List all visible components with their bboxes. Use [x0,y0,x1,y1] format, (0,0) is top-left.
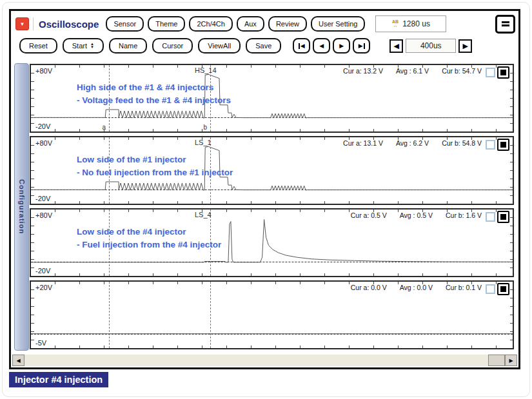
channel-checkbox[interactable] [486,284,495,294]
start-button[interactable]: Start ▲▼ [63,38,104,54]
annotation: Low side of the #4 injector - Fuel injec… [77,226,221,252]
annotation-line1: Low side of the #4 injector [77,226,221,238]
channel-name: LS_4 [195,211,212,219]
channel-options-button[interactable] [497,211,509,223]
cursor-a-value: Cur a: 0.5 V [351,211,387,219]
avg-value: Avg : 0.5 V [400,211,433,219]
start-label: Start [72,42,87,50]
configuration-tab[interactable]: Configuration [14,63,29,351]
ab-cursor-icon: AB↔ [392,20,399,28]
channel-options-button[interactable] [497,283,509,295]
cursor-b-line[interactable] [210,282,211,348]
square-icon [500,214,506,220]
channel-checkbox[interactable] [486,140,495,150]
toolbar-divider [33,17,34,30]
cursor-button[interactable]: Cursor [152,38,193,54]
theme-button[interactable]: Theme [148,16,185,32]
aux-button[interactable]: Aux [237,16,264,32]
timebase-decrease-button[interactable]: ◀ [389,39,403,53]
scrollbar-thumb[interactable] [488,355,505,366]
reset-button[interactable]: Reset [19,38,57,54]
channel-area: +80V -20V HS_14 Cur a: 13.2 V Avg : 6.1 … [30,64,514,349]
vmax-label: +80V [35,211,52,219]
avg-value: Avg : 6.2 V [396,139,429,147]
channel-panel-4: +20V -5V Cur a: 0.0 V Avg : 0.0 V Cur b:… [30,280,514,349]
cursor-a-line[interactable] [109,282,110,348]
app-title: Oscilloscope [39,19,99,30]
configuration-tab-label: Configuration [18,179,26,234]
annotation-line2: - No fuel injection from the #1 injector [77,166,233,179]
top-toolbar: ▼ Oscilloscope Sensor Theme 2Ch/4Ch Aux … [15,14,515,34]
channel-options-button[interactable] [497,66,509,79]
timebase-stepper: ◀ 400us ▶ [389,39,472,53]
cursor-b-value: Cur b: 1.6 V [446,211,482,219]
scroll-left-button[interactable]: ◀ [12,355,25,366]
vmax-label: +80V [35,139,52,147]
cursor-a-value: Cur a: 13.2 V [343,67,383,75]
scrollbar-track[interactable] [25,355,505,366]
avg-value: Avg : 0.0 V [400,284,433,291]
channel-checkbox[interactable] [486,68,495,77]
cursor-b-value: Cur b: 0.1 V [446,284,482,291]
step-forward-icon: ▶ [339,43,344,49]
user-setting-button[interactable]: User Setting [311,16,366,32]
cursor-b-value: Cur b: 54.7 V [442,67,482,75]
channel-panel-3: +80V -20V LS_4 Cur a: 0.5 V Avg : 0.5 V … [30,208,514,277]
oscilloscope-window: ▼ Oscilloscope Sensor Theme 2Ch/4Ch Aux … [9,9,520,369]
review-button[interactable]: Review [268,16,307,32]
square-icon [500,142,506,148]
annotation-line1: Low side of the #1 injector [77,153,233,166]
channel-checkbox[interactable] [486,212,495,222]
channel-panel-2: +80V -20V LS_1 Cur a: 13.1 V Avg : 6.2 V… [30,136,514,205]
menu-icon[interactable] [495,15,515,34]
measurement-readout: Cur a: 13.1 V Avg : 6.2 V Cur b: 54.8 V [343,139,482,147]
bar-icon [364,43,365,49]
channel-options-button[interactable] [497,139,509,151]
menu-bar [502,24,509,26]
annotation: Low side of the #1 injector - No fuel in… [77,153,233,180]
skip-to-start-button[interactable]: ◀ [293,38,310,54]
control-toolbar: Reset Start ▲▼ Name Cursor ViewAll Save … [19,37,515,55]
measurement-readout: Cur a: 13.2 V Avg : 6.1 V Cur b: 54.7 V [343,67,482,75]
measurement-readout: Cur a: 0.0 V Avg : 0.0 V Cur b: 0.1 V [351,284,482,291]
playback-controls: ◀ ◀ ▶ ▶ [293,38,370,54]
channel-panel-1: +80V -20V HS_14 Cur a: 13.2 V Avg : 6.1 … [30,64,514,133]
channel-mode-button[interactable]: 2Ch/4Ch [189,16,232,32]
dropdown-arrow-icon: ▼ [20,21,25,27]
start-spinner-icon[interactable]: ▲▼ [90,43,94,49]
skip-to-end-button[interactable]: ▶ [353,38,370,54]
timebase-increase-button[interactable]: ▶ [458,39,472,53]
skip-start-icon: ◀ [300,43,305,49]
vmin-label: -20V [35,267,50,275]
channel-name: LS_1 [195,139,212,146]
skip-end-icon: ▶ [359,43,363,49]
step-forward-button[interactable]: ▶ [333,38,350,54]
save-button[interactable]: Save [246,38,281,54]
annotation-line2: - Voltage feed to the #1 & #4 injectors [77,94,231,107]
sensor-button[interactable]: Sensor [106,16,144,32]
vmin-label: -20V [35,122,50,130]
name-button[interactable]: Name [109,38,147,54]
app-dropdown-icon[interactable]: ▼ [15,17,29,30]
annotation-line2: - Fuel injection from the #4 injector [77,238,221,251]
vmin-label: -20V [35,195,50,202]
viewall-button[interactable]: ViewAll [198,38,241,54]
measurement-readout: Cur a: 0.5 V Avg : 0.5 V Cur b: 1.6 V [351,211,482,219]
vmax-label: +80V [35,67,52,75]
bar-icon [299,43,300,49]
waveform-trace [31,282,513,348]
vmax-label: +20V [35,284,52,291]
annotation: High side of the #1 & #4 injectors - Vol… [77,81,231,108]
channel-name: HS_14 [195,66,217,74]
sample-time-value: 1280 us [402,19,430,28]
square-icon [500,286,506,292]
cursor-b-value: Cur b: 54.8 V [442,139,482,147]
timebase-value[interactable]: 400us [406,39,456,53]
sample-time-display[interactable]: AB↔ 1280 us [375,15,446,32]
cursor-a-value: Cur a: 0.0 V [351,284,387,291]
scroll-right-button[interactable]: ▶ [505,355,517,366]
square-icon [500,70,506,75]
avg-value: Avg : 6.1 V [396,67,429,75]
step-back-button[interactable]: ◀ [313,38,330,54]
vmin-label: -5V [35,339,46,347]
